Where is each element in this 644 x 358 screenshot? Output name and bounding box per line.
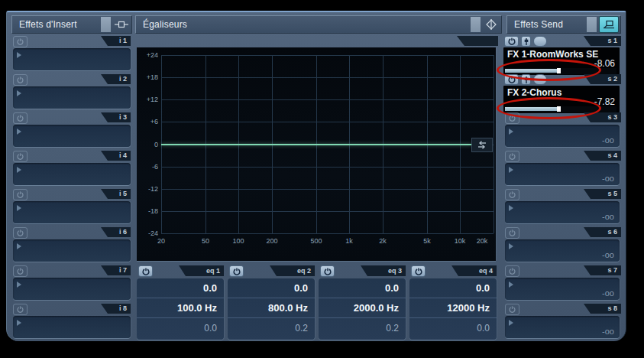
eq-q-value[interactable]: 0.2: [228, 318, 315, 338]
send-slider-handle[interactable]: [557, 106, 561, 112]
chevron-right-icon[interactable]: [17, 243, 21, 249]
send-level-value[interactable]: -oo: [602, 174, 614, 183]
eq-band-power-button[interactable]: [320, 265, 335, 277]
power-icon[interactable]: [13, 112, 28, 124]
eq-q-value[interactable]: 0.2: [319, 318, 406, 338]
eq-zero-response-line: [161, 144, 471, 145]
send-level-value[interactable]: -oo: [602, 135, 614, 145]
send-slot: s 2 FX 2-Chorus -7.82: [503, 74, 621, 112]
send-effect-field[interactable]: -oo: [505, 163, 620, 185]
eq-gain-value[interactable]: 0.0: [409, 278, 497, 298]
eq-graph[interactable]: 20501002005001k2k5k10k20k+24+18+12+60-6-…: [137, 47, 496, 261]
send-effect-field[interactable]: -oo: [505, 316, 620, 338]
power-icon[interactable]: [13, 74, 28, 86]
insert-slot: i 6: [11, 227, 132, 265]
chevron-right-icon[interactable]: [509, 205, 513, 211]
chevron-right-icon[interactable]: [17, 129, 21, 135]
send-effect-field[interactable]: -oo: [505, 201, 620, 223]
prepost-button[interactable]: [521, 74, 531, 85]
send-effect-field[interactable]: -oo: [505, 239, 620, 262]
send-effect-field[interactable]: FX 1-RoomWorks SE -8.06: [503, 47, 620, 75]
chevron-right-icon[interactable]: [509, 282, 513, 288]
insert-effect-field[interactable]: [13, 48, 131, 70]
send-slot: s 3 -oo: [503, 112, 621, 151]
power-button[interactable]: [504, 74, 519, 85]
eq-band-power-button[interactable]: [229, 265, 244, 277]
prepost-button[interactable]: [521, 36, 531, 47]
sends-bypass-icon[interactable]: [599, 16, 619, 33]
eq-q-value[interactable]: 0.0: [137, 318, 224, 338]
insert-effect-field[interactable]: [13, 201, 131, 223]
header-handle: [471, 17, 481, 32]
send-slot: s 8 -oo: [503, 304, 621, 342]
send-slider-handle[interactable]: [557, 68, 561, 73]
eq-frequency-value[interactable]: 800.0 Hz: [228, 298, 315, 318]
send-slot: s 6 -oo: [503, 227, 621, 265]
eq-gain-value[interactable]: 0.0: [319, 278, 406, 298]
send-effect-field[interactable]: FX 2-Chorus -7.82: [503, 86, 620, 113]
eq-gain-value[interactable]: 0.0: [137, 278, 224, 298]
chevron-right-icon[interactable]: [509, 167, 513, 173]
insert-effect-field[interactable]: [13, 278, 131, 300]
eq-frequency-value[interactable]: 12000 Hz: [409, 298, 497, 318]
power-icon[interactable]: [13, 304, 28, 315]
eq-gain-value[interactable]: 0.0: [228, 278, 315, 298]
eq-q-value[interactable]: 0.0: [409, 318, 497, 338]
power-icon[interactable]: [505, 112, 519, 124]
send-level-value[interactable]: -8.06: [594, 58, 615, 69]
power-icon[interactable]: [505, 265, 519, 277]
eq-frequency-value[interactable]: 2000.0 Hz: [319, 298, 406, 318]
x-tick-label: 20k: [471, 237, 493, 245]
insert-bypass-icon[interactable]: [113, 17, 130, 32]
send-level-value[interactable]: -oo: [602, 288, 614, 298]
insert-effect-field[interactable]: [13, 86, 131, 109]
eq-panel-header: Égaliseurs: [135, 15, 502, 34]
insert-slot: i 2: [11, 74, 132, 112]
chevron-right-icon[interactable]: [509, 129, 513, 135]
chevron-right-icon[interactable]: [17, 320, 21, 326]
power-icon[interactable]: [13, 151, 28, 162]
eq-band-power-button[interactable]: [411, 265, 426, 277]
power-icon[interactable]: [13, 265, 28, 277]
power-icon[interactable]: [13, 36, 28, 47]
power-button[interactable]: [504, 36, 519, 47]
eq-band-power-button[interactable]: [138, 265, 153, 277]
power-icon[interactable]: [505, 151, 519, 162]
power-icon[interactable]: [505, 189, 519, 200]
send-level-value[interactable]: -7.82: [594, 96, 615, 107]
insert-effect-field[interactable]: [13, 163, 131, 185]
invert-eq-icon[interactable]: [471, 138, 493, 152]
chevron-right-icon[interactable]: [509, 320, 513, 326]
chevron-right-icon[interactable]: [509, 243, 513, 249]
eq-range-icon[interactable]: [483, 17, 500, 32]
gridline-h: [161, 211, 494, 212]
edit-effect-button[interactable]: [533, 74, 547, 85]
y-tick-label: +12: [137, 96, 158, 103]
power-icon[interactable]: [13, 189, 28, 200]
send-level-slider[interactable]: [505, 68, 616, 74]
send-level-value[interactable]: -oo: [602, 327, 614, 336]
insert-slot: i 1: [11, 36, 132, 74]
power-icon[interactable]: [505, 304, 519, 315]
chevron-right-icon[interactable]: [17, 167, 21, 173]
send-effect-field[interactable]: -oo: [505, 125, 620, 147]
power-icon[interactable]: [505, 227, 519, 239]
chevron-right-icon[interactable]: [17, 205, 21, 211]
insert-slot-tab: i 8: [101, 304, 131, 314]
send-level-slider[interactable]: [505, 106, 616, 112]
chevron-right-icon[interactable]: [17, 90, 21, 96]
send-level-value[interactable]: -oo: [602, 250, 614, 259]
insert-effect-field[interactable]: [13, 125, 131, 147]
chevron-right-icon[interactable]: [17, 52, 21, 58]
eq-band: eq 3 0.0 2000.0 Hz 0.2: [319, 265, 406, 340]
eq-panel-title: Égaliseurs: [143, 19, 471, 30]
edit-effect-button[interactable]: [533, 36, 547, 47]
send-level-value[interactable]: -oo: [602, 212, 614, 221]
power-icon[interactable]: [13, 227, 28, 239]
chevron-right-icon[interactable]: [17, 282, 21, 288]
eq-frequency-value[interactable]: 100.0 Hz: [137, 298, 224, 318]
x-tick-label: 200: [261, 237, 283, 245]
insert-effect-field[interactable]: [13, 239, 131, 262]
send-effect-field[interactable]: -oo: [505, 278, 620, 300]
insert-effect-field[interactable]: [13, 316, 131, 338]
